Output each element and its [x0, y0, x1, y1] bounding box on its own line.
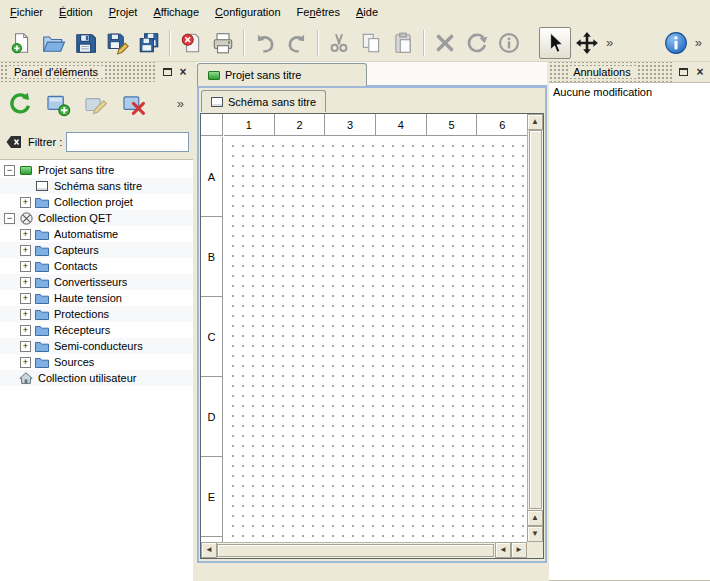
select-mode-button[interactable]: [539, 27, 571, 59]
copy-button[interactable]: [355, 27, 387, 59]
project-icon: [208, 71, 220, 80]
vertical-scroll-thumb[interactable]: [529, 130, 542, 509]
filter-row: Filtrer :: [4, 130, 189, 154]
help-toolbar-overflow-button[interactable]: »: [692, 28, 705, 58]
tree-item-contacts[interactable]: +Contacts: [0, 258, 193, 274]
undo-history-list[interactable]: Aucune modification: [549, 82, 710, 581]
expand-icon[interactable]: +: [20, 229, 31, 240]
expand-icon[interactable]: +: [20, 245, 31, 256]
horizontal-scroll-thumb[interactable]: [217, 544, 494, 557]
toolbar-separator: [243, 30, 245, 56]
tree-item-collection-qet[interactable]: −Collection QET: [0, 210, 193, 226]
menu-configuration[interactable]: Configuration: [207, 3, 288, 21]
right-dock-float-button[interactable]: [676, 65, 692, 79]
expand-icon[interactable]: +: [20, 293, 31, 304]
new-element-button[interactable]: [42, 88, 74, 120]
schema-tab[interactable]: Schéma sans titre: [201, 90, 326, 112]
toolbar-overflow-button[interactable]: »: [603, 28, 616, 58]
about-info-button[interactable]: [660, 27, 692, 59]
folder-icon: [34, 307, 50, 321]
redo-button[interactable]: [281, 27, 313, 59]
left-dock-titlebar[interactable]: Panel d'éléments ×: [0, 62, 193, 82]
schema-view[interactable]: 123456 ABCDE ▲ ▲ ▼ ◄ ◄ ►: [200, 113, 544, 559]
schema-canvas[interactable]: [224, 137, 527, 542]
project-tabbar: Projet sans titre: [197, 62, 547, 86]
new-file-icon: [9, 31, 33, 55]
pan-mode-button[interactable]: [571, 27, 603, 59]
paste-button[interactable]: [387, 27, 419, 59]
cut-button[interactable]: [323, 27, 355, 59]
expand-icon[interactable]: +: [20, 325, 31, 336]
tree-item-capteurs[interactable]: +Capteurs: [0, 242, 193, 258]
delete-element-button[interactable]: [118, 88, 150, 120]
collapse-icon[interactable]: −: [4, 165, 15, 176]
left-dock-close-button[interactable]: ×: [175, 65, 191, 79]
tree-item-projet-sans-titre[interactable]: −Projet sans titre: [0, 162, 193, 178]
menu-fenetres[interactable]: Fenêtres: [289, 3, 348, 21]
tree-item-schema-sans-titre[interactable]: Schéma sans titre: [0, 178, 193, 194]
filter-input[interactable]: [66, 132, 189, 152]
reload-collections-button[interactable]: [4, 88, 36, 120]
element-tree[interactable]: −Projet sans titreSchéma sans titre+Coll…: [0, 159, 193, 581]
tree-item-automatisme[interactable]: +Automatisme: [0, 226, 193, 242]
collapse-icon[interactable]: −: [4, 213, 15, 224]
expand-icon[interactable]: +: [20, 277, 31, 288]
menu-projet[interactable]: Projet: [101, 3, 146, 21]
expand-icon[interactable]: +: [20, 341, 31, 352]
menu-bar: FichierÉditionProjetAffichageConfigurati…: [0, 0, 710, 24]
toolbar-separator: [169, 30, 171, 56]
new-file-button[interactable]: [5, 27, 37, 59]
save-all-button[interactable]: [133, 27, 165, 59]
horizontal-scrollbar[interactable]: ◄ ◄ ►: [201, 542, 527, 558]
clear-filter-button[interactable]: [4, 132, 24, 152]
panel-toolbar-overflow-button[interactable]: »: [174, 89, 187, 119]
delete-button[interactable]: [429, 27, 461, 59]
edit-element-button[interactable]: [80, 88, 112, 120]
tree-item-collection-projet[interactable]: +Collection projet: [0, 194, 193, 210]
undo-button[interactable]: [249, 27, 281, 59]
menu-fichier[interactable]: Fichier: [2, 3, 51, 21]
expand-icon[interactable]: +: [20, 197, 31, 208]
new-element-icon: [45, 91, 71, 117]
save-as-button[interactable]: [101, 27, 133, 59]
right-dock-titlebar[interactable]: Annulations ×: [549, 62, 710, 82]
scroll-up-button[interactable]: ▲: [527, 114, 543, 130]
tree-item-semi-conducteurs[interactable]: +Semi-conducteurs: [0, 338, 193, 354]
project-tab-label: Projet sans titre: [225, 69, 301, 81]
scrollbar-corner: [527, 542, 543, 558]
tree-item-label: Contacts: [54, 260, 101, 272]
scroll-right-button[interactable]: ►: [511, 542, 527, 558]
tree-item-haute-tension[interactable]: +Haute tension: [0, 290, 193, 306]
scroll-left-button-2[interactable]: ◄: [495, 542, 511, 558]
menu-edition[interactable]: Édition: [51, 3, 101, 21]
vertical-scrollbar[interactable]: ▲ ▲ ▼: [527, 114, 543, 542]
edit-info-button[interactable]: [493, 27, 525, 59]
float-icon: [679, 68, 688, 76]
tree-item-sources[interactable]: +Sources: [0, 354, 193, 370]
left-dock-float-button[interactable]: [159, 65, 175, 79]
scroll-down-button[interactable]: ▼: [527, 526, 543, 542]
scroll-left-button[interactable]: ◄: [201, 542, 217, 558]
open-folder-icon: [41, 31, 65, 55]
menu-affichage[interactable]: Affichage: [145, 3, 207, 21]
expand-icon[interactable]: +: [20, 357, 31, 368]
tree-item-protections[interactable]: +Protections: [0, 306, 193, 322]
tree-item-convertisseurs[interactable]: +Convertisseurs: [0, 274, 193, 290]
tree-item-collection-utilisateur[interactable]: Collection utilisateur: [0, 370, 193, 386]
rotate-button[interactable]: [461, 27, 493, 59]
expand-icon[interactable]: +: [20, 261, 31, 272]
project-tab[interactable]: Projet sans titre: [197, 63, 367, 86]
expand-icon[interactable]: +: [20, 309, 31, 320]
menu-aide[interactable]: Aide: [348, 3, 386, 21]
right-dock-close-button[interactable]: ×: [692, 65, 708, 79]
close-file-button[interactable]: [175, 27, 207, 59]
tree-item-recepteurs[interactable]: +Récepteurs: [0, 322, 193, 338]
open-file-button[interactable]: [37, 27, 69, 59]
folder-icon: [34, 195, 50, 209]
cut-icon: [327, 31, 351, 55]
tree-item-label: Collection QET: [38, 212, 116, 224]
scroll-up-button-2[interactable]: ▲: [527, 510, 543, 526]
print-button[interactable]: [207, 27, 239, 59]
save-button[interactable]: [69, 27, 101, 59]
folder-icon: [34, 291, 50, 305]
